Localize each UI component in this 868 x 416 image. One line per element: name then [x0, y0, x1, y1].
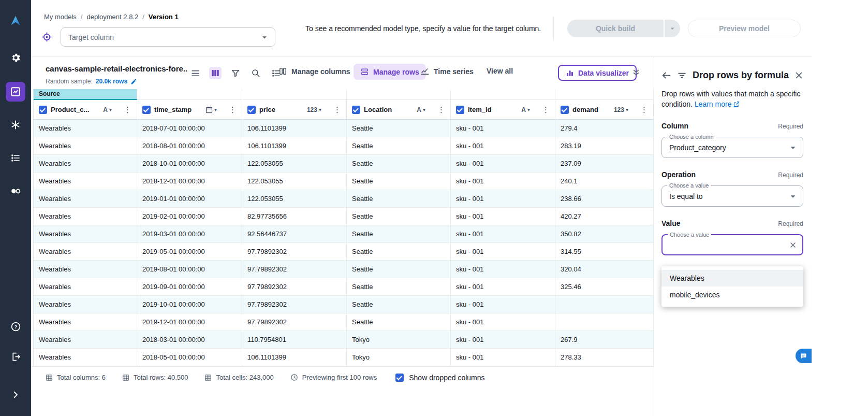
table-cell[interactable]: 110.7954801 [242, 331, 347, 348]
table-cell[interactable]: 97.79892302 [242, 278, 347, 295]
table-cell[interactable] [555, 313, 654, 331]
table-cell[interactable]: sku - 001 [451, 296, 555, 313]
table-cell[interactable]: Wearables [34, 190, 137, 207]
table-cell[interactable]: Wearables [34, 155, 137, 172]
table-cell[interactable]: 240.1 [555, 173, 654, 190]
table-cell[interactable]: Seattle [347, 208, 451, 225]
double-chevron-icon[interactable] [631, 67, 641, 80]
table-cell[interactable]: Seattle [347, 173, 451, 190]
column-type-button[interactable]: ▾ [205, 106, 217, 113]
table-cell[interactable]: sku - 001 [451, 278, 555, 295]
show-dropped-checkbox[interactable] [395, 374, 404, 382]
table-cell[interactable]: 279.4 [555, 120, 654, 137]
table-cell[interactable]: Wearables [34, 313, 137, 331]
table-cell[interactable]: 92.56446737 [242, 225, 347, 242]
dropdown-option[interactable]: mobile_devices [661, 286, 803, 303]
chat-widget-button[interactable] [796, 349, 812, 363]
sidebar-item-help[interactable]: ? [6, 317, 25, 336]
table-cell[interactable]: Wearables [34, 243, 137, 260]
clear-icon[interactable] [789, 241, 797, 249]
table-cell[interactable]: 82.97735656 [242, 208, 347, 225]
column-select[interactable]: Choose a column Product_category [661, 137, 803, 158]
filter-icon[interactable] [229, 67, 242, 79]
list-view-icon[interactable] [189, 67, 201, 79]
table-cell[interactable]: sku - 001 [451, 261, 555, 278]
table-cell[interactable]: 2018-10-01 00:00:00 [137, 155, 242, 172]
table-cell[interactable]: sku - 001 [451, 331, 555, 348]
table-cell[interactable]: sku - 001 [451, 243, 555, 260]
table-cell[interactable]: Seattle [347, 120, 451, 137]
table-cell[interactable]: 325.46 [555, 278, 654, 295]
table-cell[interactable]: Seattle [347, 155, 451, 172]
column-view-icon[interactable] [209, 67, 222, 79]
table-cell[interactable]: Wearables [34, 120, 137, 137]
table-cell[interactable]: 350.82 [555, 225, 654, 242]
table-cell[interactable]: 122.053055 [242, 173, 347, 190]
column-menu-button[interactable]: ⋮ [541, 105, 551, 114]
table-cell[interactable]: sku - 001 [451, 155, 555, 172]
sample-size-link[interactable]: 20.0k rows [96, 78, 127, 85]
column-menu-button[interactable]: ⋮ [332, 105, 342, 114]
column-type-button[interactable]: 123▾ [614, 106, 628, 113]
sidebar-item-my-models[interactable] [6, 82, 25, 102]
breadcrumb-my-models[interactable]: My models [44, 13, 77, 21]
table-cell[interactable] [555, 296, 654, 313]
table-cell[interactable]: 122.053055 [242, 155, 347, 172]
show-dropped-columns-toggle[interactable]: Show dropped columns [395, 374, 484, 382]
manage-rows-button[interactable]: Manage rows [354, 64, 426, 80]
column-checkbox[interactable] [352, 106, 360, 114]
table-cell[interactable]: 2019-09-01 00:00:00 [137, 278, 242, 295]
table-cell[interactable]: 320.04 [555, 261, 654, 278]
table-cell[interactable]: Seattle [347, 225, 451, 242]
table-cell[interactable]: 97.79892302 [242, 313, 347, 331]
operation-select[interactable]: Choose a value Is equal to [661, 185, 803, 207]
sidebar-item-logout[interactable] [6, 347, 25, 366]
table-cell[interactable]: 278.33 [555, 349, 654, 366]
table-cell[interactable]: Wearables [34, 225, 137, 242]
external-link-icon[interactable] [733, 101, 740, 107]
table-cell[interactable]: 283.19 [555, 137, 654, 154]
table-cell[interactable]: 314.55 [555, 243, 654, 260]
table-cell[interactable]: Wearables [34, 296, 137, 313]
table-cell[interactable]: Wearables [34, 349, 137, 366]
manage-columns-button[interactable]: Manage columns [278, 67, 350, 76]
table-cell[interactable]: 267.9 [555, 331, 654, 348]
column-checkbox[interactable] [247, 106, 256, 114]
table-cell[interactable]: 97.79892302 [242, 296, 347, 313]
table-cell[interactable]: Wearables [34, 278, 137, 295]
table-cell[interactable]: Wearables [34, 173, 137, 190]
table-cell[interactable]: sku - 001 [451, 313, 555, 331]
table-cell[interactable]: sku - 001 [451, 349, 555, 366]
table-cell[interactable]: sku - 001 [451, 208, 555, 225]
table-cell[interactable]: 122.053055 [242, 190, 347, 207]
table-cell[interactable]: sku - 001 [451, 120, 555, 137]
quick-build-dropdown-button[interactable] [665, 20, 680, 37]
table-cell[interactable]: 106.1101399 [242, 349, 347, 366]
table-cell[interactable]: Seattle [347, 190, 451, 207]
table-cell[interactable]: Seattle [347, 313, 451, 331]
column-type-button[interactable]: 123▾ [307, 106, 321, 113]
column-type-button[interactable]: A▾ [417, 106, 425, 113]
table-cell[interactable]: Tokyo [347, 349, 451, 366]
column-menu-button[interactable]: ⋮ [123, 105, 133, 114]
table-cell[interactable]: 238.66 [555, 190, 654, 207]
sidebar-item-automations[interactable] [6, 148, 25, 168]
data-visualizer-button[interactable]: Data visualizer [558, 65, 637, 81]
target-column-select[interactable]: Target column [61, 27, 275, 47]
table-cell[interactable]: 420.27 [555, 208, 654, 225]
preview-model-button[interactable]: Preview model [688, 20, 801, 37]
table-cell[interactable]: 2018-12-01 00:00:00 [137, 173, 242, 190]
column-checkbox[interactable] [142, 106, 151, 114]
sidebar-expand[interactable] [6, 385, 25, 405]
table-cell[interactable]: 2019-03-01 00:00:00 [137, 225, 242, 242]
table-cell[interactable]: 2018-05-01 00:00:00 [137, 349, 242, 366]
table-cell[interactable]: 2018-08-01 00:00:00 [137, 137, 242, 154]
table-cell[interactable]: 2018-07-01 00:00:00 [137, 120, 242, 137]
time-series-button[interactable]: Time series [420, 67, 474, 76]
table-cell[interactable]: sku - 001 [451, 225, 555, 242]
column-menu-button[interactable]: ⋮ [436, 105, 446, 114]
breadcrumb-deployment[interactable]: deployment 2.8.2 [86, 13, 138, 21]
table-cell[interactable]: Wearables [34, 261, 137, 278]
view-all-button[interactable]: View all [487, 67, 513, 75]
table-cell[interactable]: Wearables [34, 208, 137, 225]
